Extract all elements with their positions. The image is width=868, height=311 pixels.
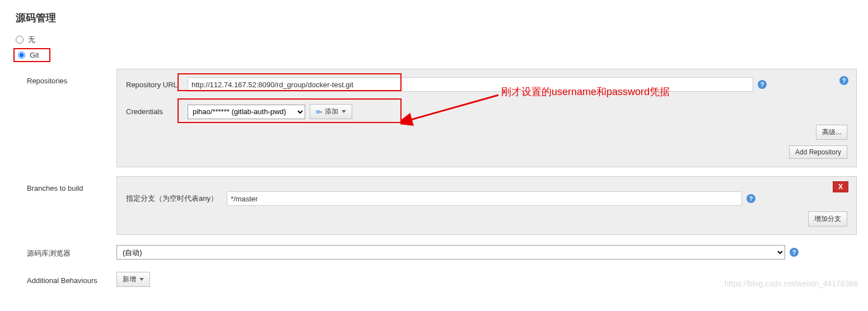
credentials-select[interactable]: pihao/****** (gitlab-auth-pwd) <box>188 105 305 119</box>
branch-row: 指定分支（为空时代表any） ? <box>126 191 847 206</box>
chevron-down-icon <box>139 278 144 281</box>
add-credentials-label: 添加 <box>325 107 338 116</box>
add-credentials-button[interactable]: 添加 <box>310 104 352 119</box>
branches-panel: X 指定分支（为空时代表any） ? 增加分支 <box>116 176 857 235</box>
advanced-button[interactable]: 高级... <box>816 125 847 140</box>
scm-radio-git-label: Git <box>30 51 39 59</box>
scm-radio-none-label: 无 <box>28 35 35 45</box>
add-repository-button[interactable]: Add Repository <box>789 145 847 159</box>
chevron-down-icon <box>342 110 346 113</box>
repo-url-label: Repository URL <box>126 81 188 89</box>
branches-heading: Branches to build <box>27 176 116 235</box>
help-icon[interactable]: ? <box>758 80 767 89</box>
add-branch-button[interactable]: 增加分支 <box>808 211 847 227</box>
section-title: 源码管理 <box>16 11 857 25</box>
repositories-block: Repositories ? Repository URL ? Credenti… <box>27 69 857 167</box>
source-browser-row: 源码库浏览器 (自动) ? <box>27 245 857 260</box>
additional-behaviours-label: Additional Behaviours <box>27 274 116 285</box>
branch-input[interactable] <box>227 191 742 206</box>
scm-radio-none[interactable] <box>16 36 24 44</box>
help-icon[interactable]: ? <box>746 194 755 203</box>
remove-branch-button[interactable]: X <box>833 181 848 192</box>
repo-url-input[interactable] <box>188 77 753 92</box>
credentials-label: Credentials <box>126 107 188 116</box>
scm-radio-git[interactable] <box>18 51 25 59</box>
scm-radio-none-row: 无 <box>16 35 857 45</box>
source-browser-select[interactable]: (自动) <box>116 245 785 260</box>
svg-rect-2 <box>321 111 322 113</box>
scm-radio-git-highlight: Git <box>13 48 50 62</box>
branches-block: Branches to build X 指定分支（为空时代表any） ? 增加分… <box>27 176 857 235</box>
branches-panel-actions: 增加分支 <box>126 211 847 227</box>
key-icon <box>316 109 323 115</box>
add-behaviour-label: 新增 <box>123 275 136 284</box>
repo-url-row: Repository URL ? <box>126 77 847 92</box>
branch-label: 指定分支（为空时代表any） <box>126 194 227 204</box>
source-browser-label: 源码库浏览器 <box>27 246 116 258</box>
repositories-panel: ? Repository URL ? Credentials pihao/***… <box>116 69 857 167</box>
help-icon[interactable]: ? <box>790 248 799 257</box>
repo-panel-actions: 高级... Add Repository <box>126 125 847 159</box>
credentials-row: Credentials pihao/****** (gitlab-auth-pw… <box>126 104 847 119</box>
watermark: https://blog.csdn.net/weixin_44178366 <box>725 279 858 288</box>
add-behaviour-button[interactable]: 新增 <box>116 272 150 287</box>
repositories-heading: Repositories <box>27 69 116 167</box>
